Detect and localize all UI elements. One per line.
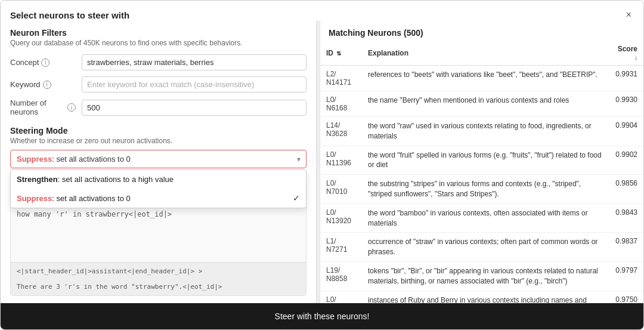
concept-info-icon[interactable]: i (41, 58, 49, 67)
table-row: L0/N13843 instances of Ruby and Berry in… (320, 291, 643, 303)
cell-explanation: the word "fruit" spelled in various form… (362, 146, 608, 175)
neurons-table: ID ⇅ Explanation Score ↓ (320, 41, 643, 303)
filters-section: Neuron Filters Query our database of 450… (10, 28, 306, 122)
cell-explanation: tokens "bir", "Bir", or "bir" appearing … (362, 261, 608, 291)
steering-dropdown-wrapper: Suppress: set all activations to 0 ▾ Str… (10, 150, 306, 168)
check-icon: ✓ (293, 193, 300, 203)
steering-desc: Whether to increase or zero out neuron a… (10, 137, 306, 145)
table-row: L14/N3628 the word "raw" used in various… (320, 117, 643, 146)
col-explanation: Explanation (362, 41, 608, 66)
right-panel: Matching Neurons (500) ID ⇅ Explanation (320, 21, 643, 303)
cell-id: L19/N8858 (320, 261, 362, 291)
concept-input[interactable] (82, 54, 306, 70)
cell-score: 0.9902 (608, 146, 643, 175)
cell-id: L1/N7271 (320, 233, 362, 262)
suppress-label: Suppress (17, 155, 52, 164)
cell-score: 0.9930 (608, 91, 643, 117)
cell-id: L0/N7010 (320, 175, 362, 204)
table-row: L19/N8858 tokens "bir", "Bir", or "bir" … (320, 261, 643, 291)
steering-dropdown-display[interactable]: Suppress: set all activations to 0 (10, 150, 306, 168)
modal-header: Select neurons to steer with × (1, 1, 643, 21)
neuron-count-label: Number of neurons i (10, 98, 76, 116)
assistant-text-content: <|start_header_id|>assistant<|end_header… (11, 262, 306, 295)
cell-id: L2/N14171 (320, 66, 362, 91)
cell-score: 0.9856 (608, 175, 643, 204)
cell-id: L0/N13920 (320, 203, 362, 233)
cell-score: 0.9837 (608, 233, 643, 262)
left-panel: Neuron Filters Query our database of 450… (1, 21, 317, 303)
dropdown-option-suppress[interactable]: Suppress: set all activations to 0 ✓ (11, 189, 306, 208)
close-button[interactable]: × (624, 9, 634, 21)
col-id[interactable]: ID ⇅ (320, 41, 362, 66)
keyword-info-icon[interactable]: i (43, 81, 51, 89)
table-row: L0/N6168 the name "Berry" when mentioned… (320, 91, 643, 117)
neuron-count-input[interactable] (82, 100, 306, 116)
table-header-row: ID ⇅ Explanation Score ↓ (320, 41, 643, 66)
steer-button[interactable]: Steer with these neurons! (1, 303, 643, 329)
cell-explanation: instances of Ruby and Berry in various c… (362, 291, 608, 303)
filters-desc: Query our database of 450K neurons to fi… (10, 39, 306, 47)
cell-score: 0.9750 (608, 291, 643, 303)
cell-score: 0.9843 (608, 203, 643, 233)
matching-header: Matching Neurons (500) (320, 21, 643, 41)
modal-title: Select neurons to steer with (10, 10, 129, 20)
keyword-label: Keyword i (10, 80, 76, 89)
concept-label: Concept i (10, 58, 76, 67)
cell-id: L0/N6168 (320, 91, 362, 117)
cell-explanation: the substring "stripes" in various forms… (362, 175, 608, 204)
cell-id: L14/N3628 (320, 117, 362, 146)
table-row: L1/N7271 occurrence of "straw" in variou… (320, 233, 643, 262)
table-row: L0/N11396 the word "fruit" spelled in va… (320, 146, 643, 175)
steering-dropdown-popup: Strengthen: set all activations to a hig… (10, 169, 306, 208)
cell-score: 0.9904 (608, 117, 643, 146)
col-score[interactable]: Score ↓ (608, 41, 643, 66)
keyword-row: Keyword i (10, 76, 306, 92)
table-row: L0/N7010 the substring "stripes" in vari… (320, 175, 643, 204)
steering-title: Steering Mode (10, 126, 306, 135)
cell-explanation: the name "Berry" when mentioned in vario… (362, 91, 608, 117)
steering-section: Steering Mode Whether to increase or zer… (10, 126, 306, 168)
cell-score: 0.9931 (608, 66, 643, 91)
id-sort-icon: ⇅ (336, 50, 341, 57)
keyword-input[interactable] (82, 76, 306, 92)
cell-id: L0/N13843 (320, 291, 362, 303)
dropdown-option-strengthen[interactable]: Strengthen: set all activations to a hig… (11, 170, 306, 189)
steer-button-label: Steer with these neurons! (275, 312, 370, 321)
cell-explanation: the word "raw" used in various contexts … (362, 117, 608, 146)
neuron-count-info-icon[interactable]: i (67, 103, 76, 112)
cell-explanation: occurrence of "straw" in various context… (362, 233, 608, 262)
table-row: L2/N14171 references to "beets" with var… (320, 66, 643, 91)
cell-explanation: the word "bamboo" in various contexts, o… (362, 203, 608, 233)
modal-body: Neuron Filters Query our database of 450… (1, 21, 643, 303)
table-row: L0/N13920 the word "bamboo" in various c… (320, 203, 643, 233)
cell-explanation: references to "beets" with variations li… (362, 66, 608, 91)
cell-score: 0.9797 (608, 261, 643, 291)
cell-id: L0/N11396 (320, 146, 362, 175)
neuron-count-row: Number of neurons i (10, 98, 306, 116)
score-sort-icon: ↓ (634, 54, 637, 61)
neurons-table-container[interactable]: ID ⇅ Explanation Score ↓ (320, 41, 643, 303)
concept-row: Concept i (10, 54, 306, 70)
filters-title: Neuron Filters (10, 28, 306, 38)
